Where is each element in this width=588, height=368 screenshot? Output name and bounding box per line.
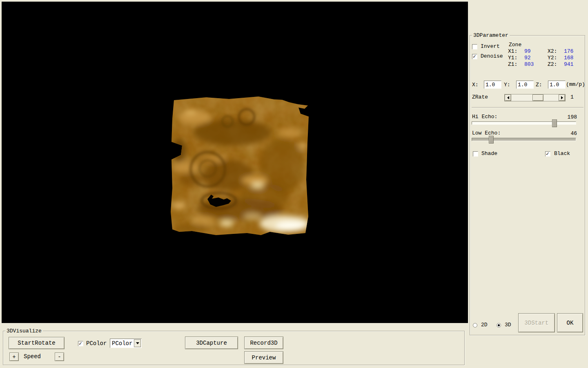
denoise-checkbox[interactable] xyxy=(472,54,477,59)
denoise-label: Denoise xyxy=(481,54,503,59)
pcolor-dropdown-button[interactable] xyxy=(134,339,141,347)
black-checkbox[interactable] xyxy=(545,151,550,157)
zone-y1-value: 92 xyxy=(524,55,531,61)
radio-3d[interactable] xyxy=(497,323,501,328)
low-echo-slider-track[interactable] xyxy=(472,138,576,141)
speed-label: Speed xyxy=(24,354,41,359)
pcolor-dropdown[interactable]: PColor xyxy=(110,339,142,348)
speed-minus-button[interactable]: - xyxy=(55,352,64,361)
zrate-label: ZRate xyxy=(472,94,488,100)
speed-plus-button[interactable]: + xyxy=(9,352,19,361)
zone-z1-value: 803 xyxy=(524,62,534,67)
spacing-y-input[interactable] xyxy=(516,81,534,89)
zone-x2-value: 176 xyxy=(564,49,573,54)
spacing-unit-label: (mm/p) xyxy=(566,82,585,88)
zone-x1-value: 99 xyxy=(524,49,531,54)
spacing-z-input[interactable] xyxy=(548,81,566,89)
radio-3d-label: 3D xyxy=(505,322,511,328)
pcolor-checkbox[interactable] xyxy=(78,341,83,346)
hi-echo-slider-thumb[interactable] xyxy=(552,119,557,127)
ok-button[interactable]: OK xyxy=(557,313,583,332)
zone-title: Zone xyxy=(509,42,521,48)
3d-viewport[interactable] xyxy=(2,2,468,323)
low-echo-slider-thumb[interactable] xyxy=(489,136,494,144)
zone-x2-label: X2: xyxy=(548,49,557,54)
spacing-y-label: Y: xyxy=(504,82,510,88)
3dvisualize-title: 3DVisualize xyxy=(5,328,43,334)
hi-echo-slider-track[interactable] xyxy=(472,121,576,125)
record3d-button[interactable]: Record3D xyxy=(244,337,283,349)
zrate-scrollbar[interactable] xyxy=(504,94,566,101)
zone-y1-label: Y1: xyxy=(508,55,517,61)
radio-2d[interactable] xyxy=(473,323,477,328)
shade-label: Shade xyxy=(481,151,497,157)
zrate-scrollbar-thumb[interactable] xyxy=(532,94,543,101)
zrate-right-arrow-icon[interactable] xyxy=(559,94,565,101)
preview-button[interactable]: Preview xyxy=(244,351,283,364)
app-window: { "app": { "bg_color": "#ece9d8", "value… xyxy=(0,0,588,368)
zone-x1-label: X1: xyxy=(508,49,517,54)
3dparameter-group: 3DParameter Invert Denoise Zone X1: 99 X… xyxy=(470,35,585,335)
zone-z1-label: Z1: xyxy=(508,62,517,67)
zone-y2-label: Y2: xyxy=(548,55,557,61)
zone-z2-value: 941 xyxy=(564,62,573,67)
hi-echo-label: Hi Echo: xyxy=(472,114,497,120)
invert-label: Invert xyxy=(481,44,500,49)
zrate-value: 1 xyxy=(570,94,574,100)
separator xyxy=(472,107,584,108)
zone-y2-value: 168 xyxy=(564,55,573,61)
shade-checkbox[interactable] xyxy=(473,151,478,157)
3dparameter-title: 3DParameter xyxy=(472,32,510,38)
spacing-x-label: X: xyxy=(472,82,479,88)
3dvisualize-group: 3DVisualize StartRotate + Speed - PColor… xyxy=(3,331,465,365)
ultrasound-volume-render xyxy=(167,94,311,238)
black-label: Black xyxy=(554,151,570,157)
3dstart-button[interactable]: 3DStart xyxy=(518,313,555,332)
radio-2d-label: 2D xyxy=(481,322,488,328)
start-rotate-button[interactable]: StartRotate xyxy=(9,337,65,349)
spacing-z-label: Z: xyxy=(536,82,542,88)
3dcapture-button[interactable]: 3DCapture xyxy=(185,337,238,349)
chevron-down-icon xyxy=(136,342,139,346)
spacing-x-input[interactable] xyxy=(484,81,501,89)
zone-z2-label: Z2: xyxy=(548,62,557,67)
pcolor-dropdown-value: PColor xyxy=(112,340,132,347)
low-echo-label: Low Echo: xyxy=(472,130,501,136)
zrate-left-arrow-icon[interactable] xyxy=(505,94,511,101)
low-echo-value: 46 xyxy=(552,130,577,137)
pcolor-checkbox-label: PColor xyxy=(86,341,107,346)
invert-checkbox[interactable] xyxy=(472,44,477,49)
